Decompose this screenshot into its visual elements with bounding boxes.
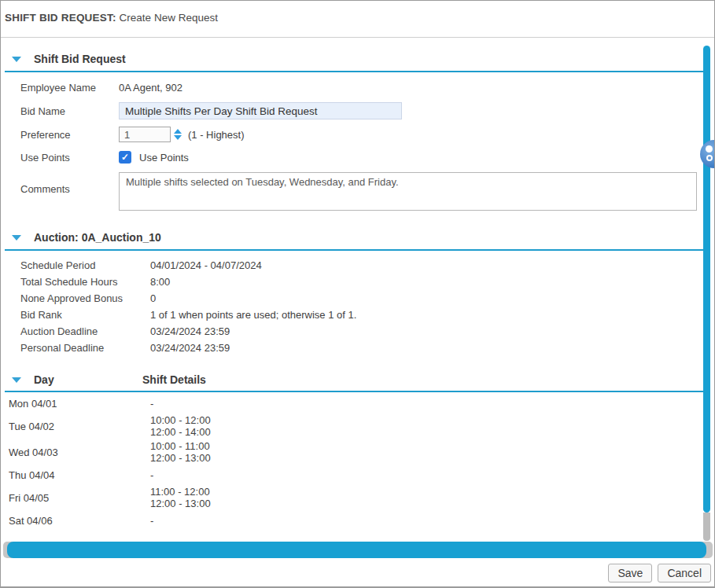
comments-row: Comments Multiple shifts selected on Tue… <box>20 172 703 211</box>
shift-details: - <box>150 398 153 410</box>
shift-details: 10:00 - 11:0012:00 - 13:00 <box>150 440 211 464</box>
horizontal-scrollbar-thumb[interactable] <box>7 542 706 558</box>
section-divider <box>5 391 703 392</box>
section-title: Auction: 0A_Auction_10 <box>34 231 161 244</box>
widget-ring-icon <box>706 155 713 161</box>
section-header-day: Day Shift Details <box>1 372 703 388</box>
day-row-thu: Thu 04/04 - <box>1 466 703 483</box>
section-divider <box>5 71 703 72</box>
dialog-title-prefix: SHIFT BID REQUEST: <box>5 12 116 24</box>
dialog-footer: Save Cancel <box>1 560 714 586</box>
day-label: Fri 04/05 <box>9 492 150 504</box>
field-label: Bid Rank <box>20 307 150 323</box>
vertical-scrollbar-thumb[interactable] <box>703 46 710 513</box>
comments-label: Comments <box>20 172 119 195</box>
collapse-arrow-icon[interactable] <box>12 57 21 62</box>
shift-details: - <box>150 469 153 481</box>
section-title: Shift Bid Request <box>34 53 126 65</box>
field-value: 0 <box>150 290 156 307</box>
preference-hint: (1 - Highest) <box>188 129 245 141</box>
section-divider <box>5 249 703 251</box>
bid-name-row: Bid Name <box>20 102 703 119</box>
horizontal-scrollbar[interactable] <box>3 542 713 558</box>
field-value: 03/24/2024 23:59 <box>150 340 230 356</box>
day-label: Wed 04/03 <box>9 447 150 458</box>
employee-name-label: Employee Name <box>20 82 119 94</box>
preference-input[interactable] <box>119 127 171 142</box>
day-label: Tue 04/02 <box>9 421 150 432</box>
shift-details-column-header: Shift Details <box>142 373 206 386</box>
field-label: Personal Deadline <box>20 340 150 356</box>
cancel-button[interactable]: Cancel <box>658 564 711 582</box>
auction-row-schedule-period: Schedule Period 04/01/2024 - 04/07/2024 <box>20 257 703 274</box>
preference-label: Preference <box>20 129 119 141</box>
field-label: None Approved Bonus <box>20 290 150 307</box>
preference-row: Preference (1 - Highest) <box>20 127 703 142</box>
field-value: 8:00 <box>150 274 170 290</box>
employee-name-row: Employee Name 0A Agent, 902 <box>20 79 703 95</box>
day-label: Thu 04/04 <box>9 469 150 481</box>
section-header-shift-bid-request: Shift Bid Request <box>1 51 703 67</box>
bid-name-input[interactable] <box>119 102 402 119</box>
auction-row-personal-deadline: Personal Deadline 03/24/2024 23:59 <box>20 340 703 356</box>
field-label: Total Schedule Hours <box>20 274 150 290</box>
shift-details: - <box>150 515 153 527</box>
field-value: 1 of 1 when points are used; otherwise 1… <box>150 307 356 323</box>
auction-details: Schedule Period 04/01/2024 - 04/07/2024 … <box>1 257 703 356</box>
widget-dot-icon <box>706 145 713 153</box>
auction-row-total-hours: Total Schedule Hours 8:00 <box>20 274 703 290</box>
field-value: 04/01/2024 - 04/07/2024 <box>150 257 262 274</box>
preference-stepper[interactable] <box>174 129 182 140</box>
shift-bid-request-dialog: SHIFT BID REQUEST:Create New Request Shi… <box>0 0 715 588</box>
shift-details: 11:00 - 12:0012:00 - 13:00 <box>150 486 211 509</box>
field-value: 03/24/2024 23:59 <box>150 323 230 340</box>
day-row-fri: Fri 04/05 11:00 - 12:0012:00 - 13:00 <box>1 486 703 509</box>
day-row-tue: Tue 04/02 10:00 - 12:0012:00 - 14:00 <box>1 414 703 438</box>
shift-details: 10:00 - 12:0012:00 - 14:00 <box>150 414 211 438</box>
employee-name-value: 0A Agent, 902 <box>119 82 182 94</box>
dialog-title-bar: SHIFT BID REQUEST:Create New Request <box>1 1 714 38</box>
stepper-up-icon[interactable] <box>174 129 182 134</box>
auction-row-bid-rank: Bid Rank 1 of 1 when points are used; ot… <box>20 307 703 323</box>
dialog-title: Create New Request <box>120 12 218 24</box>
stepper-down-icon[interactable] <box>174 135 182 140</box>
collapse-arrow-icon[interactable] <box>12 377 21 383</box>
day-column-header: Day <box>34 373 142 386</box>
auction-row-auction-deadline: Auction Deadline 03/24/2024 23:59 <box>20 323 703 340</box>
field-label: Auction Deadline <box>20 323 150 340</box>
use-points-checkbox[interactable] <box>119 151 131 164</box>
day-row-wed: Wed 04/03 10:00 - 11:0012:00 - 13:00 <box>1 440 703 464</box>
bid-name-label: Bid Name <box>20 105 119 117</box>
section-header-auction: Auction: 0A_Auction_10 <box>1 230 703 245</box>
field-label: Schedule Period <box>20 257 150 274</box>
use-points-row: Use Points Use Points <box>20 149 703 165</box>
day-label: Sat 04/06 <box>9 515 150 527</box>
day-row-mon: Mon 04/01 - <box>1 395 703 412</box>
collapse-arrow-icon[interactable] <box>12 235 21 241</box>
dialog-content: Shift Bid Request Employee Name 0A Agent… <box>1 39 703 529</box>
day-row-sat: Sat 04/06 - <box>1 512 703 529</box>
vertical-scrollbar-track[interactable] <box>703 513 710 541</box>
save-button[interactable]: Save <box>608 564 652 582</box>
use-points-checkbox-label: Use Points <box>139 152 189 164</box>
use-points-label: Use Points <box>20 152 119 164</box>
comments-textarea[interactable]: Multiple shifts selected on Tuesday, Wed… <box>119 172 697 211</box>
day-label: Mon 04/01 <box>9 398 150 410</box>
auction-row-approved-bonus: None Approved Bonus 0 <box>20 290 703 307</box>
